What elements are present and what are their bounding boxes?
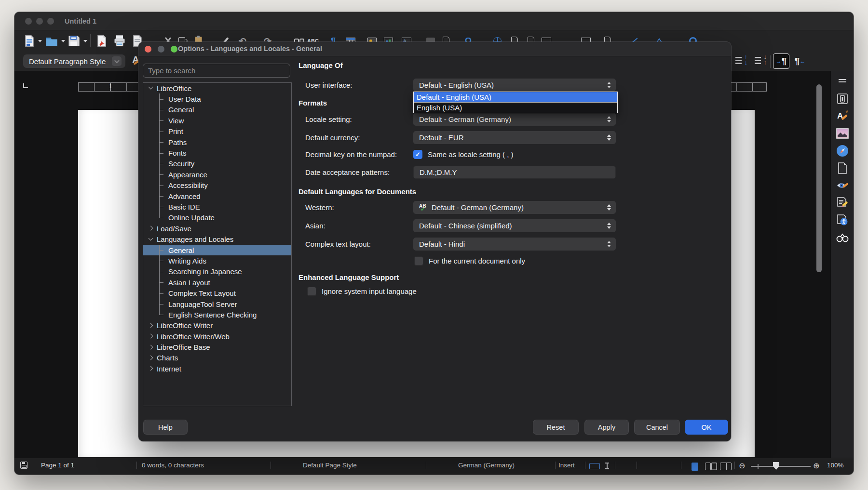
tree-item-libreoffice-writer[interactable]: LibreOffice Writer xyxy=(143,320,291,331)
apply-button[interactable]: Apply xyxy=(584,420,629,435)
dialog-titlebar: Options - Languages and Locales - Genera… xyxy=(138,42,731,56)
zoom-in-icon[interactable]: ⊕ xyxy=(813,461,819,470)
sidebar-settings-icon[interactable] xyxy=(835,75,850,88)
tree-guide-icon xyxy=(158,137,166,147)
asian-select[interactable]: Default - Chinese (simplified) xyxy=(413,219,616,232)
asian-label: Asian: xyxy=(305,222,326,230)
tree-item-appearance[interactable]: Appearance xyxy=(143,169,291,180)
spacing-increase-icon[interactable]: ↑↓ xyxy=(735,55,748,67)
tree-item-basic-ide[interactable]: Basic IDE xyxy=(143,201,291,212)
ignore-system-input-checkbox[interactable] xyxy=(307,287,316,296)
same-as-locale-checkbox[interactable]: ✓ xyxy=(413,150,422,159)
tree-item-libreoffice[interactable]: LibreOffice xyxy=(143,83,291,93)
user-interface-select[interactable]: Default - English (USA) xyxy=(413,79,616,92)
export-pdf-icon[interactable] xyxy=(95,34,109,48)
spacing-decrease-icon[interactable]: ↓↑ xyxy=(755,55,767,67)
text-language[interactable]: German (Germany) xyxy=(458,462,515,469)
ok-button[interactable]: OK xyxy=(685,420,728,435)
tree-item-searching-in-japanese[interactable]: Searching in Japanese xyxy=(143,266,291,277)
right-to-left-icon[interactable]: ¶← xyxy=(792,53,808,69)
default-currency-select[interactable]: Default - EUR xyxy=(413,131,616,144)
find-icon[interactable] xyxy=(835,231,850,244)
book-view-icon[interactable] xyxy=(720,463,732,470)
help-button[interactable]: Help xyxy=(143,420,188,435)
minimize-icon[interactable] xyxy=(36,18,43,25)
maximize-icon[interactable] xyxy=(171,46,177,53)
tree-item-general[interactable]: General xyxy=(143,245,291,255)
tree-item-print[interactable]: Print xyxy=(143,126,291,137)
properties-icon[interactable] xyxy=(835,92,850,105)
style-inspector-icon[interactable] xyxy=(835,179,850,192)
insert-mode[interactable]: Insert xyxy=(558,462,575,469)
left-to-right-icon[interactable]: →¶ xyxy=(773,53,789,69)
stepper-icon xyxy=(605,204,613,211)
vertical-scrollbar[interactable] xyxy=(816,84,822,272)
tree-item-libreoffice-base[interactable]: LibreOffice Base xyxy=(143,342,291,352)
save-icon[interactable] xyxy=(67,34,81,48)
dropdown-option[interactable]: Default - English (USA) xyxy=(414,92,617,103)
print-icon[interactable] xyxy=(112,34,127,48)
new-document-dropdown-icon[interactable] xyxy=(38,40,42,42)
tree-item-complex-text-layout[interactable]: Complex Text Layout xyxy=(143,288,291,298)
gallery-icon[interactable] xyxy=(835,127,850,140)
maximize-icon[interactable] xyxy=(47,18,54,25)
word-count[interactable]: 0 words, 0 characters xyxy=(142,462,204,469)
tree-item-load-save[interactable]: Load/Save xyxy=(143,223,291,234)
navigator-icon[interactable] xyxy=(835,144,850,157)
ruler-number: 1 xyxy=(109,83,112,89)
zoom-slider-thumb[interactable] xyxy=(773,462,779,470)
tree-item-online-update[interactable]: Online Update xyxy=(143,212,291,223)
page-icon[interactable] xyxy=(835,161,850,174)
tree-item-fonts[interactable]: Fonts xyxy=(143,147,291,158)
selection-mode-icon[interactable] xyxy=(589,463,600,469)
tree-item-english-sentence-checking[interactable]: English Sentence Checking xyxy=(143,309,291,320)
tree-item-asian-layout[interactable]: Asian Layout xyxy=(143,277,291,288)
accessibility-check-icon[interactable] xyxy=(835,213,850,226)
manage-changes-icon[interactable] xyxy=(835,196,850,209)
tree-item-languages-and-locales[interactable]: Languages and Locales xyxy=(143,234,291,244)
tree-item-internet[interactable]: Internet xyxy=(143,363,291,374)
open-icon[interactable] xyxy=(44,34,59,48)
close-icon[interactable] xyxy=(145,46,151,53)
section-default-languages: Default Languages for Documents xyxy=(298,187,416,196)
open-dropdown-icon[interactable] xyxy=(61,40,65,42)
tree-item-writing-aids[interactable]: Writing Aids xyxy=(143,255,291,266)
save-status-icon[interactable] xyxy=(20,462,27,469)
ctl-select[interactable]: Default - Hindi xyxy=(413,238,616,251)
styles-icon[interactable]: A xyxy=(835,109,850,122)
tree-item-accessibility[interactable]: Accessibility xyxy=(143,180,291,191)
paragraph-style-value: Default Paragraph Style xyxy=(29,57,106,66)
locale-setting-select[interactable]: Default - German (Germany) xyxy=(413,113,616,126)
minimize-icon[interactable] xyxy=(158,46,164,53)
tree-item-user-data[interactable]: User Data xyxy=(143,93,291,104)
tree-item-charts[interactable]: Charts xyxy=(143,353,291,363)
western-select[interactable]: AB✓ Default - German (Germany) xyxy=(413,201,616,214)
cancel-button[interactable]: Cancel xyxy=(634,420,680,435)
save-dropdown-icon[interactable] xyxy=(83,40,87,42)
zoom-slider[interactable] xyxy=(751,466,811,467)
close-icon[interactable] xyxy=(25,18,32,25)
zoom-level[interactable]: 100% xyxy=(827,462,844,469)
paragraph-style-combo[interactable]: Default Paragraph Style xyxy=(23,54,125,68)
tree-item-general[interactable]: General xyxy=(143,105,291,115)
tree-item-label: General xyxy=(168,246,194,254)
page-style[interactable]: Default Page Style xyxy=(303,462,357,469)
date-patterns-input[interactable]: D.M.;D.M.Y xyxy=(413,166,616,179)
tree-item-libreoffice-writer-web[interactable]: LibreOffice Writer/Web xyxy=(143,331,291,342)
locale-setting-label: Locale setting: xyxy=(305,115,352,123)
tree-item-label: Searching in Japanese xyxy=(168,267,242,276)
dropdown-option[interactable]: English (USA) xyxy=(414,103,617,113)
search-input[interactable]: Type to search xyxy=(143,64,290,78)
tree-item-paths[interactable]: Paths xyxy=(143,137,291,147)
reset-button[interactable]: Reset xyxy=(533,420,579,435)
new-document-icon[interactable] xyxy=(22,34,37,48)
tree-item-languagetool-server[interactable]: LanguageTool Server xyxy=(143,299,291,309)
zoom-out-icon[interactable]: ⊖ xyxy=(739,461,745,470)
tree-item-view[interactable]: View xyxy=(143,115,291,126)
multi-page-view-icon[interactable] xyxy=(705,463,711,470)
tree-item-security[interactable]: Security xyxy=(143,159,291,169)
page-count[interactable]: Page 1 of 1 xyxy=(41,462,74,469)
tree-item-advanced[interactable]: Advanced xyxy=(143,191,291,201)
current-document-only-checkbox[interactable] xyxy=(414,256,423,265)
single-page-view-icon[interactable] xyxy=(692,463,698,471)
